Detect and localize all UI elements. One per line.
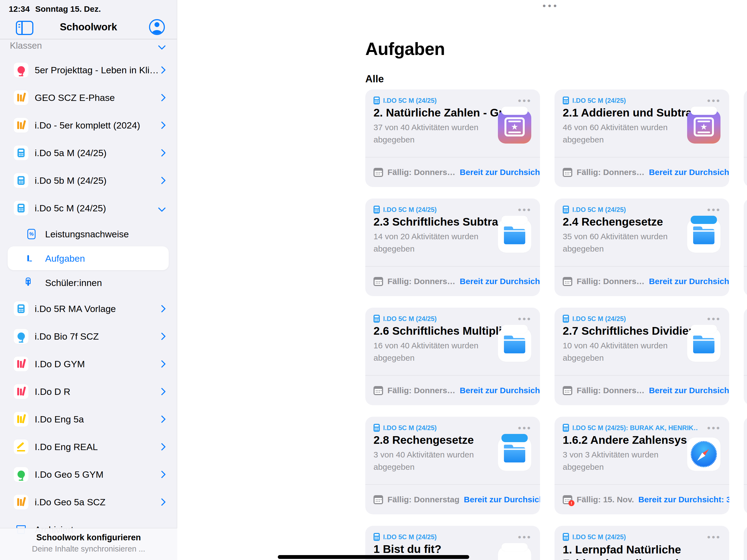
review-link[interactable]: Bereit zur Durchsicht: 16 [460, 386, 540, 395]
assignment-card[interactable]: I.DO 5C M (24/25)••• 2.8 Rechengesetze 3… [365, 417, 540, 514]
calendar-icon [374, 495, 383, 504]
sidebar-item-ido-5r-ma[interactable]: i.Do 5R MA Vorlage [0, 295, 177, 322]
sidebar-item-ido-geo-5a-scz[interactable]: i.Do Geo 5a SCZ [0, 488, 177, 516]
more-options-icon[interactable]: ••• [707, 316, 721, 322]
sidebar-item-ido-5er-komplett[interactable]: i.Do - 5er komplett (2024) [0, 111, 177, 139]
review-link[interactable]: Bereit zur Durchsicht: 3 [464, 495, 540, 504]
assignment-card[interactable]: I.DO 5C M (24/25): BURAK AK, HENRIK…••• … [555, 417, 729, 514]
sidebar-item-aufgaben[interactable]: Aufgaben [0, 246, 177, 271]
chevron-right-icon[interactable] [158, 149, 166, 156]
books-icon [17, 498, 19, 506]
chevron-down-icon[interactable] [158, 204, 166, 212]
sidebar-footer[interactable]: Schoolwork konfigurieren Deine Inhalte s… [0, 528, 177, 560]
calendar-icon [374, 168, 383, 177]
sidebar-item-leistungsnachweise[interactable]: Leistungsnachweise [0, 222, 177, 246]
sidebar-item-5er-projekttag[interactable]: 5er Projekttag - Leben in Kli… [0, 56, 177, 84]
card-class-label: I.DO 5C M (24/25) [383, 315, 437, 323]
chevron-right-icon[interactable] [158, 176, 166, 184]
more-options-icon[interactable]: ••• [518, 207, 532, 212]
assignment-card[interactable]: I.DO 5C M (24/25)••• 1. Lernpfad Natürli… [555, 526, 729, 560]
sidebar-item-ido-d-r[interactable]: I.Do D R [0, 378, 177, 405]
assignment-card[interactable]: I.DO 5C M (24/25)••• 2.1 Addieren und Su… [555, 90, 729, 187]
multitask-indicator-icon[interactable]: ••• [542, 1, 559, 11]
sidebar-item-label: i.Do 5R MA Vorlage [35, 303, 116, 314]
section-klassen: Klassen [10, 41, 42, 51]
calendar-icon [374, 386, 383, 395]
chevron-down-icon[interactable] [158, 42, 166, 50]
sidebar-item-ido-geo-5-gym[interactable]: I.Do Geo 5 GYM [0, 460, 177, 488]
sidebar-item-schuelerinnen[interactable]: Schüler:innen [0, 271, 177, 295]
assignment-card[interactable]: I.DO 5C M (24/25)••• 2.6 Schriftliches M… [365, 308, 540, 405]
class-calc-icon [563, 97, 569, 104]
more-options-icon[interactable]: ••• [518, 425, 532, 431]
chevron-right-icon[interactable] [158, 415, 166, 423]
review-link[interactable]: Bereit zur Durchsicht: 37 [460, 168, 540, 177]
review-link[interactable]: Bereit zur Durchsicht: 3 [639, 495, 729, 504]
assignment-card[interactable]: I.DO 5C M (24/25)••• 2.7.1 Potenzen 12 v… [744, 308, 747, 405]
more-options-icon[interactable]: ••• [707, 425, 721, 431]
assignment-card[interactable]: I.DO 5C M (24/25)••• 1.6 Andere Zahlensy… [744, 417, 747, 514]
card-subtitle: 3 von 3 Aktivitäten wurden abgegeben [563, 449, 685, 473]
chevron-right-icon[interactable] [158, 94, 166, 101]
card-class-label: I.DO 5C M (24/25): BURAK AK, HENRIK… [572, 424, 698, 432]
assignment-card[interactable]: I.DO 5C M (24/25)••• 2.7 Schriftliches D… [555, 308, 729, 405]
chevron-right-icon[interactable] [158, 443, 166, 450]
more-options-icon[interactable]: ••• [518, 98, 532, 103]
assignment-card[interactable]: I.DO 5C M (24/25)••• 2.5 Multiplizieren … [744, 199, 747, 296]
sidebar-item-ido-bio-7f[interactable]: i.Do Bio 7f SCZ [0, 322, 177, 350]
more-options-icon[interactable]: ••• [707, 98, 721, 103]
more-options-icon[interactable]: ••• [518, 316, 532, 322]
chevron-right-icon[interactable] [158, 498, 166, 506]
class-calc-icon [374, 206, 380, 213]
card-class-label: I.DO 5C M (24/25) [572, 533, 626, 541]
sidebar: 12:34 Sonntag 15. Dez. Schoolwork Klasse… [0, 0, 177, 560]
class-calc-icon [563, 315, 569, 323]
sidebar-item-label: Aufgaben [45, 253, 85, 263]
sidebar-item-ido-eng-real[interactable]: I.Do Eng REAL [0, 433, 177, 460]
chevron-right-icon[interactable] [158, 332, 166, 340]
chevron-right-icon[interactable] [158, 470, 166, 478]
home-indicator[interactable] [278, 555, 469, 559]
assignment-card[interactable]: I.DO 5C M (24/25)••• 1.1 Natürliche Zahl… [744, 526, 747, 560]
more-options-icon[interactable]: ••• [518, 534, 532, 540]
sidebar-item-ido-eng-5a[interactable]: I.Do Eng 5a [0, 405, 177, 433]
assignment-card[interactable]: I.DO 5C M (24/25)••• 2.4 Rechengesetze 3… [555, 199, 729, 296]
clock: 12:34 [9, 4, 30, 14]
sidebar-item-label: I.Do D R [35, 386, 70, 397]
sidebar-item-label: i.Do 5b M (24/25) [35, 175, 107, 186]
card-class-label: I.DO 5C M (24/25) [572, 97, 626, 104]
chevron-right-icon[interactable] [158, 360, 166, 367]
card-title: 1. Lernpfad Natürliche Zahlen darstellen… [563, 543, 712, 560]
sidebar-item-ido-5a-m[interactable]: i.Do 5a M (24/25) [0, 139, 177, 167]
sidebar-item-ido-5b-m[interactable]: i.Do 5b M (24/25) [0, 167, 177, 194]
chevron-right-icon[interactable] [158, 121, 166, 129]
calculator-icon [18, 176, 25, 185]
review-link[interactable]: Bereit zur Durchsicht: 35 [649, 277, 729, 286]
more-options-icon[interactable]: ••• [707, 207, 721, 212]
books-icon [17, 94, 19, 101]
review-link[interactable]: Bereit zur Durchsicht: 46 [649, 168, 729, 177]
configure-subtitle: Deine Inhalte synchronisieren ... [0, 544, 177, 554]
card-class-label: I.DO 5C M (24/25) [383, 533, 437, 541]
chevron-right-icon[interactable] [158, 66, 166, 74]
class-calc-icon [374, 424, 380, 432]
review-link[interactable]: Bereit zur Durchsicht: 14 [460, 277, 540, 286]
assignment-card[interactable]: I.DO 5C M (24/25)••• 2.3 Schriftliches S… [365, 199, 540, 296]
globe-icon [18, 332, 25, 340]
assignment-card[interactable]: I.DO 5C M (24/25)••• 2. Natürliche Zahle… [365, 90, 540, 187]
account-icon[interactable] [149, 19, 165, 35]
assignment-card[interactable]: I.DO 5C M (24/25)••• 2.2 Schriftliches A… [744, 90, 747, 187]
class-calc-icon [374, 97, 380, 104]
chevron-right-icon[interactable] [158, 305, 166, 312]
pencil-icon [17, 442, 26, 452]
review-link[interactable]: Bereit zur Durchsicht: 10 [649, 386, 729, 395]
card-subtitle: 35 von 60 Aktivitäten wurden abgegeben [563, 230, 685, 255]
ticket-app-icon [687, 110, 720, 144]
sidebar-item-geo-scz[interactable]: GEO SCZ E-Phase [0, 84, 177, 111]
more-options-icon[interactable]: ••• [707, 534, 721, 540]
class-calc-icon [563, 533, 569, 541]
assignments-doc-icon [27, 255, 29, 261]
chevron-right-icon[interactable] [158, 387, 166, 395]
sidebar-item-ido-5c-m[interactable]: i.Do 5c M (24/25) [0, 194, 177, 222]
sidebar-item-ido-d-gym[interactable]: I.Do D GYM [0, 350, 177, 378]
